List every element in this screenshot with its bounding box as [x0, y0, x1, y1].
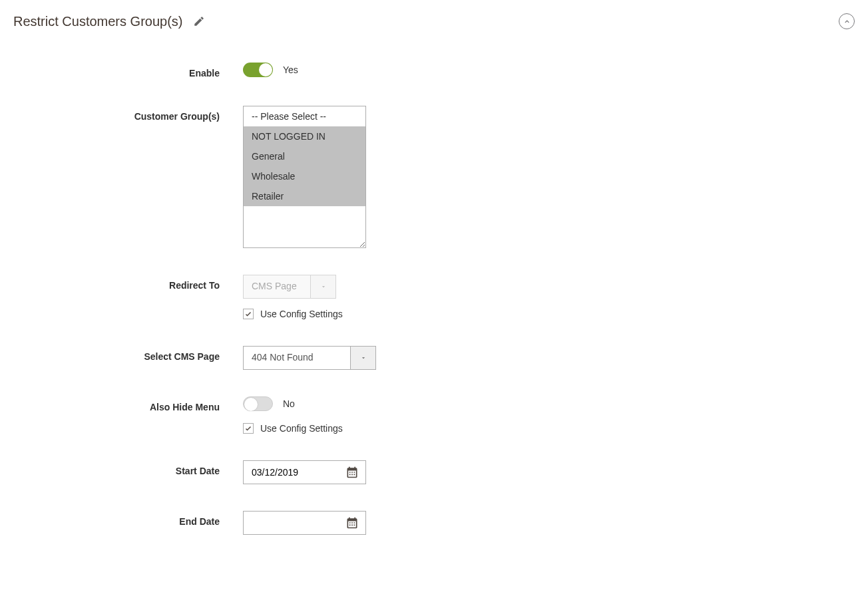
label-customer-groups: Customer Group(s) [13, 106, 243, 122]
row-customer-groups: Customer Group(s) -- Please Select -- NO… [13, 106, 855, 248]
label-start-date: Start Date [13, 460, 243, 476]
hide-menu-toggle[interactable] [243, 396, 273, 411]
chevron-down-icon [310, 275, 335, 298]
redirect-to-select: CMS Page [243, 275, 336, 299]
redirect-use-config-checkbox[interactable] [243, 309, 254, 319]
row-select-cms-page: Select CMS Page 404 Not Found [13, 346, 855, 370]
row-redirect-to: Redirect To CMS Page Use Config Settings [13, 275, 855, 319]
collapse-icon[interactable] [839, 13, 855, 29]
label-select-cms-page: Select CMS Page [13, 346, 243, 362]
pencil-icon[interactable] [193, 15, 205, 27]
control-redirect-to: CMS Page Use Config Settings [243, 275, 855, 319]
hide-menu-use-config-checkbox[interactable] [243, 423, 254, 434]
label-redirect-to: Redirect To [13, 275, 243, 291]
start-date-wrap [243, 460, 366, 484]
label-also-hide-menu: Also Hide Menu [13, 396, 243, 412]
hide-menu-toggle-text: No [283, 398, 295, 409]
start-date-input[interactable] [244, 462, 339, 483]
enable-toggle-wrap: Yes [243, 63, 298, 77]
section-title: Restrict Customers Group(s) [13, 14, 183, 29]
enable-toggle-text: Yes [283, 65, 298, 75]
hide-menu-toggle-wrap: No [243, 396, 295, 411]
row-start-date: Start Date [13, 460, 855, 484]
calendar-icon[interactable] [339, 516, 365, 529]
row-end-date: End Date [13, 511, 855, 535]
enable-toggle[interactable] [243, 63, 273, 77]
multiselect-option[interactable]: General [244, 146, 365, 166]
multiselect-option[interactable]: Retailer [244, 186, 365, 206]
label-enable: Enable [13, 63, 243, 78]
customer-groups-multiselect[interactable]: -- Please Select -- NOT LOGGED IN Genera… [243, 106, 366, 248]
multiselect-option[interactable]: -- Please Select -- [244, 106, 365, 126]
select-cms-page-select[interactable]: 404 Not Found [243, 346, 376, 370]
redirect-to-select-value: CMS Page [244, 275, 310, 298]
select-cms-page-value: 404 Not Found [244, 347, 350, 369]
row-also-hide-menu: Also Hide Menu No Use Config Settings [13, 396, 855, 434]
control-also-hide-menu: No Use Config Settings [243, 396, 855, 434]
hide-menu-use-config-row: Use Config Settings [243, 423, 855, 434]
section-header: Restrict Customers Group(s) [13, 13, 855, 29]
hide-menu-use-config-label: Use Config Settings [260, 423, 343, 434]
control-customer-groups: -- Please Select -- NOT LOGGED IN Genera… [243, 106, 855, 248]
section-title-wrap: Restrict Customers Group(s) [13, 14, 205, 29]
control-enable: Yes [243, 63, 855, 79]
row-enable: Enable Yes [13, 63, 855, 79]
multiselect-option[interactable]: Wholesale [244, 166, 365, 186]
control-end-date [243, 511, 855, 535]
redirect-use-config-label: Use Config Settings [260, 309, 343, 319]
end-date-wrap [243, 511, 366, 535]
multiselect-option[interactable]: NOT LOGGED IN [244, 126, 365, 146]
calendar-icon[interactable] [339, 466, 365, 479]
end-date-input[interactable] [244, 512, 339, 533]
control-select-cms-page: 404 Not Found [243, 346, 855, 370]
redirect-use-config-row: Use Config Settings [243, 309, 855, 319]
control-start-date [243, 460, 855, 484]
label-end-date: End Date [13, 511, 243, 527]
chevron-down-icon[interactable] [350, 347, 375, 369]
